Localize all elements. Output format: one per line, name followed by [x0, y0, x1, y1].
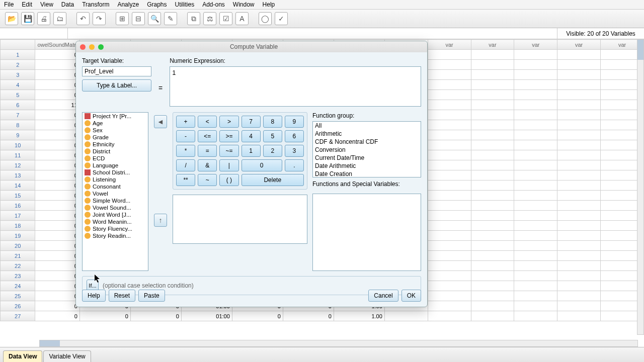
- tab-variable-view[interactable]: Variable View: [43, 350, 91, 362]
- functions-special-list[interactable]: [312, 194, 421, 271]
- keypad-Delete[interactable]: Delete: [242, 174, 304, 186]
- list-item[interactable]: Sex: [83, 127, 148, 134]
- close-icon[interactable]: [80, 44, 86, 50]
- type-and-label-button[interactable]: Type & Label...: [82, 79, 151, 92]
- undo-icon[interactable]: ↶: [76, 12, 90, 25]
- vertical-scrollbar[interactable]: [637, 39, 644, 335]
- spell-icon[interactable]: ✓: [275, 12, 288, 25]
- recent-icon[interactable]: 🗂: [53, 12, 66, 25]
- menu-utilities[interactable]: Utilities: [175, 1, 194, 8]
- open-icon[interactable]: 📂: [5, 12, 18, 25]
- menu-analyze[interactable]: Analyze: [117, 1, 139, 8]
- minimize-icon[interactable]: [89, 44, 95, 50]
- find-icon[interactable]: 🔍: [148, 12, 161, 25]
- paste-button[interactable]: Paste: [138, 290, 165, 302]
- keypad-8[interactable]: 8: [263, 116, 282, 128]
- move-to-expression-button[interactable]: ◄: [154, 115, 167, 128]
- horizontal-scrollbar[interactable]: [39, 340, 638, 347]
- variable-list[interactable]: Project Yr [Pr...AgeSexGradeEthnicityDis…: [82, 112, 148, 271]
- list-item[interactable]: Story Fluency...: [83, 225, 148, 232]
- sets-icon[interactable]: ◯: [259, 12, 272, 25]
- keypad-9[interactable]: 9: [285, 116, 304, 128]
- save-icon[interactable]: 💾: [21, 12, 34, 25]
- cancel-button[interactable]: Cancel: [368, 290, 398, 302]
- keypad-[interactable]: <=: [198, 130, 217, 142]
- keypad-[interactable]: >=: [219, 130, 238, 142]
- keypad-[interactable]: =: [198, 145, 217, 157]
- insert-case-icon[interactable]: ✎: [164, 12, 177, 25]
- menu-help[interactable]: Help: [263, 1, 275, 8]
- keypad-[interactable]: /: [176, 159, 195, 171]
- move-function-up-button[interactable]: ↑: [154, 214, 167, 227]
- tab-data-view[interactable]: Data View: [3, 350, 42, 362]
- keypad-[interactable]: .: [285, 159, 304, 171]
- ok-button[interactable]: OK: [401, 290, 421, 302]
- keypad-[interactable]: *: [176, 145, 195, 157]
- menu-file[interactable]: File: [4, 1, 14, 8]
- menu-window[interactable]: Window: [233, 1, 255, 8]
- keypad-4[interactable]: 4: [242, 130, 261, 142]
- list-item[interactable]: School Distri...: [83, 169, 148, 176]
- keypad-[interactable]: -: [176, 130, 195, 142]
- list-item[interactable]: Vowel: [83, 190, 148, 197]
- list-item[interactable]: Date Arithmetic: [313, 162, 421, 170]
- keypad-[interactable]: <: [198, 116, 217, 128]
- keypad-0[interactable]: 0: [242, 159, 282, 171]
- help-button[interactable]: Help: [82, 290, 106, 302]
- dialog-titlebar[interactable]: Compute Variable: [76, 41, 427, 52]
- list-item[interactable]: Date Creation: [313, 170, 421, 177]
- keypad-[interactable]: **: [176, 174, 195, 186]
- value-labels-icon[interactable]: A: [235, 12, 249, 25]
- list-item[interactable]: Joint Word [J...: [83, 211, 148, 218]
- target-variable-input[interactable]: [82, 66, 151, 76]
- list-item[interactable]: Vowel Sound...: [83, 204, 148, 211]
- split-icon[interactable]: ⧉: [187, 12, 200, 25]
- list-item[interactable]: Age: [83, 120, 148, 127]
- weight-icon[interactable]: ⚖: [203, 12, 216, 25]
- formula-bar[interactable]: [68, 28, 557, 39]
- list-item[interactable]: ECD: [83, 155, 148, 162]
- print-icon[interactable]: 🖨: [37, 12, 50, 25]
- list-item[interactable]: Language: [83, 162, 148, 169]
- keypad-[interactable]: &: [198, 159, 217, 171]
- list-item[interactable]: Grade: [83, 134, 148, 141]
- reset-button[interactable]: Reset: [109, 290, 135, 302]
- list-item[interactable]: Story Readin...: [83, 232, 148, 239]
- vars-icon[interactable]: ⊟: [132, 12, 145, 25]
- keypad-[interactable]: ~=: [219, 145, 238, 157]
- keypad-6[interactable]: 6: [285, 130, 304, 142]
- list-item[interactable]: Arithmetic: [313, 130, 421, 138]
- keypad-[interactable]: +: [176, 116, 195, 128]
- keypad-3[interactable]: 3: [285, 145, 304, 157]
- keypad-[interactable]: |: [219, 159, 238, 171]
- menu-graphs[interactable]: Graphs: [147, 1, 167, 8]
- select-icon[interactable]: ☑: [219, 12, 232, 25]
- numeric-expression-input[interactable]: 1: [170, 66, 421, 107]
- keypad-2[interactable]: 2: [263, 145, 282, 157]
- keypad-[interactable]: ~: [198, 174, 217, 186]
- list-item[interactable]: Ethnicity: [83, 141, 148, 148]
- keypad-[interactable]: ( ): [219, 174, 238, 186]
- redo-icon[interactable]: ↷: [93, 12, 106, 25]
- list-item[interactable]: Conversion: [313, 146, 421, 154]
- menu-view[interactable]: View: [40, 1, 53, 8]
- list-item[interactable]: Simple Word...: [83, 197, 148, 204]
- keypad-7[interactable]: 7: [242, 116, 261, 128]
- name-box[interactable]: [0, 28, 68, 39]
- list-item[interactable]: Word Meanin...: [83, 218, 148, 225]
- list-item[interactable]: Consonant: [83, 183, 148, 190]
- function-group-list[interactable]: AllArithmeticCDF & Noncentral CDFConvers…: [312, 121, 421, 177]
- list-item[interactable]: CDF & Noncentral CDF: [313, 138, 421, 146]
- menu-transform[interactable]: Transform: [82, 1, 109, 8]
- menu-edit[interactable]: Edit: [22, 1, 32, 8]
- keypad-[interactable]: >: [219, 116, 238, 128]
- list-item[interactable]: District: [83, 148, 148, 155]
- list-item[interactable]: All: [313, 122, 421, 130]
- goto-icon[interactable]: ⊞: [116, 12, 129, 25]
- list-item[interactable]: Current Date/Time: [313, 154, 421, 162]
- menu-data[interactable]: Data: [61, 1, 74, 8]
- list-item[interactable]: Project Yr [Pr...: [83, 113, 148, 120]
- menu-add-ons[interactable]: Add-ons: [202, 1, 225, 8]
- list-item[interactable]: Listening: [83, 176, 148, 183]
- keypad-5[interactable]: 5: [263, 130, 282, 142]
